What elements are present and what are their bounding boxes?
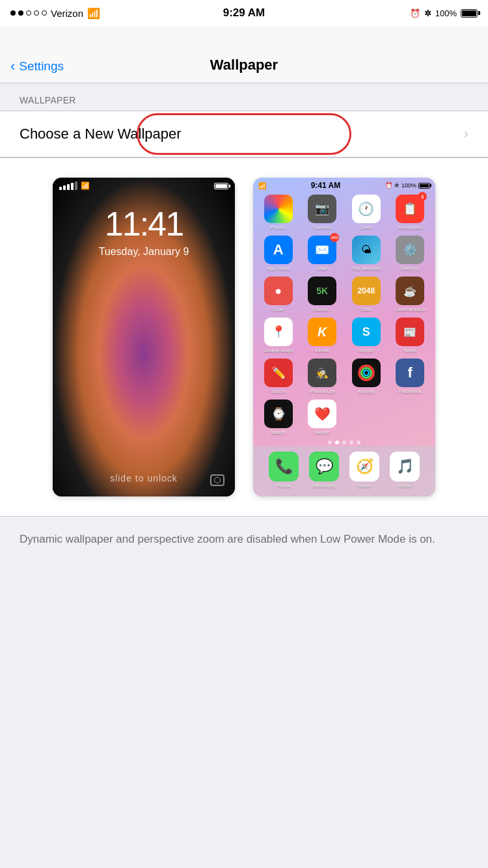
lock-time: 11:41 xyxy=(53,204,235,243)
signal-dot-4 xyxy=(34,10,39,16)
app-clue: ● Clue xyxy=(258,277,299,312)
dock-safari-icon: 🧭 xyxy=(349,452,379,481)
home-status-right: ⏰ ✲ 100% xyxy=(385,182,430,189)
lock-slide-text: slide to unlock xyxy=(53,473,235,483)
app-activity-icon xyxy=(352,359,381,387)
app-cafe-icon: ☕ xyxy=(396,277,424,305)
home-battery: 100% xyxy=(401,182,416,189)
app-iphonelife: 🕵 iPhone Life xyxy=(303,359,343,394)
choose-wallpaper-row[interactable]: Choose a New Wallpaper › xyxy=(0,111,488,157)
lock-camera-circle xyxy=(214,477,221,483)
home-dock: 📞 Phone 💬 Messages 🧭 Safari 🎵 Music xyxy=(253,446,435,496)
wallpaper-list-section: Choose a New Wallpaper › xyxy=(0,111,488,157)
app-kindle-label: Kindle xyxy=(315,347,329,353)
app-clue-label: Clue xyxy=(273,306,284,312)
activity-rings-icon xyxy=(357,364,375,382)
app-clock-label: Clock xyxy=(360,224,373,230)
app-mail-icon: ✉️ 241 xyxy=(308,236,336,264)
back-button[interactable]: ‹ Settings xyxy=(0,59,64,74)
app-maps-icon: 📍 xyxy=(264,318,293,346)
app-watch-label: Watch xyxy=(271,429,286,435)
app-kindle: K Kindle xyxy=(303,318,343,353)
page-title: Wallpaper xyxy=(210,57,278,74)
status-time: 9:29 AM xyxy=(223,7,265,20)
page-dots xyxy=(253,438,435,446)
app-facebook: f Facebook xyxy=(390,359,431,394)
lock-sig-5 xyxy=(75,182,77,190)
app-settings-label: Settings xyxy=(401,265,420,271)
alarm-icon: ⏰ xyxy=(410,8,420,18)
app-clock: 🕐 Clock xyxy=(346,195,386,230)
home-screen-preview[interactable]: 📶 9:41 AM ⏰ ✲ 100% Photos 📷 Camera xyxy=(253,178,435,496)
home-wifi-icon: 📶 xyxy=(258,182,266,189)
app-facebook-label: Facebook xyxy=(399,388,422,394)
page-dot-1 xyxy=(328,441,332,444)
app-5k: 5K Couch... xyxy=(303,277,343,312)
carrier-label: Verizon xyxy=(51,8,83,19)
dock-music-icon: 🎵 xyxy=(390,452,420,481)
app-iphonelife-label: iPhone Life xyxy=(309,388,335,394)
battery-icon xyxy=(461,9,478,18)
status-bar: Verizon 📶 9:29 AM ⏰ ✲ 100% xyxy=(0,0,488,26)
dock-phone: 📞 Phone xyxy=(269,452,299,489)
lock-sig-1 xyxy=(59,187,62,190)
home-battery-fill xyxy=(420,184,429,187)
app-maps-label: Google Maps xyxy=(263,347,294,353)
home-bt-icon: ✲ xyxy=(394,182,400,189)
app-settings-icon: ⚙️ xyxy=(396,236,424,264)
home-battery-icon xyxy=(418,183,430,189)
app-settings: ⚙️ Settings xyxy=(390,236,431,271)
app-weather-label: The Weather xyxy=(351,265,381,271)
app-camera: 📷 Camera xyxy=(303,195,343,230)
lock-date: Tuesday, January 9 xyxy=(53,246,235,258)
nav-bar: ‹ Settings Wallpaper xyxy=(0,26,488,83)
status-right: ⏰ ✲ 100% xyxy=(410,8,478,18)
app-watch-icon: ⌚ xyxy=(264,400,293,428)
app-health: ❤️ Health xyxy=(303,400,343,435)
app-reminders-icon: 📋 3 xyxy=(396,195,424,223)
app-clock-icon: 🕐 xyxy=(352,195,381,223)
home-battery-nub xyxy=(430,184,431,187)
app-news-icon: 📰 xyxy=(396,318,424,346)
row-chevron-icon: › xyxy=(464,126,468,142)
dock-music: 🎵 Music xyxy=(390,452,420,489)
mail-badge: 241 xyxy=(330,233,339,242)
bluetooth-icon: ✲ xyxy=(424,8,431,18)
page-dot-5 xyxy=(357,441,360,444)
app-mail-label: Mail xyxy=(318,265,327,271)
lock-battery-icon xyxy=(214,183,228,189)
app-grid-row5: ✏️ Skitch 🕵 iPhone Life Activity f xyxy=(253,356,435,397)
app-facebook-icon: f xyxy=(396,359,424,387)
app-empty-1 xyxy=(346,400,386,435)
svg-point-2 xyxy=(364,370,369,375)
app-2048-icon: 2048 xyxy=(352,277,381,305)
app-2048-label: 2048 xyxy=(360,306,372,312)
choose-wallpaper-label: Choose a New Wallpaper xyxy=(20,126,182,142)
app-health-label: Health xyxy=(315,429,330,435)
back-chevron-icon: ‹ xyxy=(10,59,15,74)
app-5k-label: Couch... xyxy=(312,306,332,312)
lock-screen-preview[interactable]: 📶 11:41 Tuesday, January 9 slide to unlo… xyxy=(53,178,235,496)
app-news: 📰 News xyxy=(390,318,431,353)
app-grid-row4: 📍 Google Maps K Kindle S Skype 📰 News xyxy=(253,315,435,356)
app-photos-icon xyxy=(264,195,293,223)
app-camera-label: Camera xyxy=(313,224,331,230)
lock-wifi-icon: 📶 xyxy=(81,182,90,190)
signal-dot-5 xyxy=(42,10,47,16)
app-iphonelife-icon: 🕵 xyxy=(308,359,336,387)
app-grid-row1: Photos 📷 Camera 🕐 Clock 📋 3 Reminders xyxy=(253,192,435,233)
app-appstore-icon: A xyxy=(264,236,293,264)
app-news-label: News xyxy=(403,347,416,353)
lock-battery-fill xyxy=(215,184,227,188)
footer-note: Dynamic wallpaper and perspective zoom a… xyxy=(0,517,488,562)
app-skitch: ✏️ Skitch xyxy=(258,359,299,394)
back-label: Settings xyxy=(19,59,64,74)
lock-sig-4 xyxy=(71,183,74,190)
app-kindle-icon: K xyxy=(308,318,336,346)
app-grid-row2: A App Store ✉️ 241 Mail 🌤 The Weather ⚙️… xyxy=(253,233,435,274)
lock-sig-2 xyxy=(63,185,66,190)
status-left: Verizon 📶 xyxy=(10,7,100,20)
app-skype-icon: S xyxy=(352,318,381,346)
home-alarm-icon: ⏰ xyxy=(385,182,392,189)
battery-fill xyxy=(462,10,476,16)
